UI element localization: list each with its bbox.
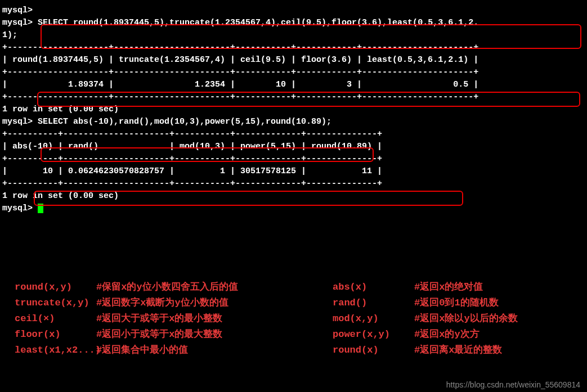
annotation-desc: #保留x的y位小数四舍五入后的值: [96, 280, 238, 295]
header-line-1: | round(1.8937445,5) | truncate(1.235456…: [2, 54, 585, 66]
annotation-desc: #返回x的绝对值: [414, 280, 483, 295]
annotation-row: rand()#返回0到1的随机数: [333, 295, 575, 311]
annotation-desc: #返回集合中最小的值: [96, 343, 188, 358]
annotation-func: truncate(x,y): [15, 295, 96, 311]
query1-text-a: SELECT round(1.8937445,5),truncate(1.235…: [38, 18, 478, 28]
annotation-func: floor(x): [15, 327, 96, 343]
cursor-icon: [38, 204, 43, 213]
annotation-func: power(x,y): [333, 327, 414, 343]
sep-line: +--------------------+------------------…: [2, 91, 585, 103]
terminal-output: mysql> mysql> SELECT round(1.8937445,5),…: [2, 4, 585, 215]
sep-line: +----------+---------------------+------…: [2, 178, 585, 190]
annotation-desc: #返回x的y次方: [414, 327, 480, 343]
query1-line-a: mysql> SELECT round(1.8937445,5),truncat…: [2, 17, 585, 29]
annotation-row: least(x1,x2...)#返回集合中最小的值: [15, 343, 333, 358]
annotation-desc: #返回大于或等于x的最小整数: [96, 311, 222, 327]
prompt: mysql>: [2, 18, 38, 28]
annotation-row: mod(x,y)#返回x除以y以后的余数: [333, 311, 575, 327]
annotation-row: abs(x)#返回x的绝对值: [333, 280, 575, 295]
sep-line: +----------+---------------------+------…: [2, 153, 585, 165]
prompt: mysql>: [2, 117, 38, 127]
annotation-row: round(x)#返回离x最近的整数: [333, 343, 575, 358]
sep-line: +--------------------+------------------…: [2, 66, 585, 79]
annotation-func: round(x): [333, 343, 414, 358]
annotation-func: rand(): [333, 295, 414, 311]
annotations-right-column: abs(x)#返回x的绝对值 rand()#返回0到1的随机数 mod(x,y)…: [333, 280, 575, 358]
annotation-row: ceil(×)#返回大于或等于x的最小整数: [15, 311, 333, 327]
annotation-func: ceil(×): [15, 311, 96, 327]
prompt-line: mysql>: [2, 4, 585, 17]
data-row-2: | 10 | 0.06246230570828757 | 1 | 3051757…: [2, 165, 585, 178]
annotation-desc: #返回x除以y以后的余数: [414, 311, 518, 327]
annotation-desc: #返回0到1的随机数: [414, 295, 499, 311]
annotation-row: power(x,y)#返回x的y次方: [333, 327, 575, 343]
rowcount-1: 1 row in set (0.00 sec): [2, 103, 585, 116]
annotation-desc: #返回离x最近的整数: [414, 343, 502, 358]
sep-line: +----------+---------------------+------…: [2, 128, 585, 141]
query2-line: mysql> SELECT abs(-10),rand(),mod(10,3),…: [2, 116, 585, 128]
annotation-func: abs(x): [333, 280, 414, 295]
sep-line: +--------------------+------------------…: [2, 42, 585, 54]
annotation-desc: #返回数字x截断为y位小数的值: [96, 295, 228, 311]
query2-text: SELECT abs(-10),rand(),mod(10,3),power(5…: [38, 117, 331, 127]
annotations: round(x,y)#保留x的y位小数四舍五入后的值 truncate(x,y)…: [2, 280, 575, 358]
prompt-with-cursor[interactable]: mysql>: [2, 202, 585, 215]
query1-line-b: 1);: [2, 29, 585, 42]
prompt: mysql>: [2, 204, 38, 213]
annotation-func: least(x1,x2...): [15, 343, 96, 358]
annotation-row: truncate(x,y)#返回数字x截断为y位小数的值: [15, 295, 333, 311]
annotation-desc: #返回小于或等于x的最大整数: [96, 327, 222, 343]
annotation-row: round(x,y)#保留x的y位小数四舍五入后的值: [15, 280, 333, 295]
rowcount-2: 1 row in set (0.00 sec): [2, 190, 585, 202]
annotation-row: floor(x)#返回小于或等于x的最大整数: [15, 327, 333, 343]
header-line-2: | abs(-10) | rand() | mod(10,3) | power(…: [2, 141, 585, 153]
watermark: https://blog.csdn.net/weixin_55609814: [446, 380, 580, 389]
annotation-func: mod(x,y): [333, 311, 414, 327]
annotation-func: round(x,y): [15, 280, 96, 295]
data-row-1: | 1.89374 | 1.2354 | 10 | 3 | 0.5 |: [2, 79, 585, 91]
annotations-left-column: round(x,y)#保留x的y位小数四舍五入后的值 truncate(x,y)…: [15, 280, 333, 358]
